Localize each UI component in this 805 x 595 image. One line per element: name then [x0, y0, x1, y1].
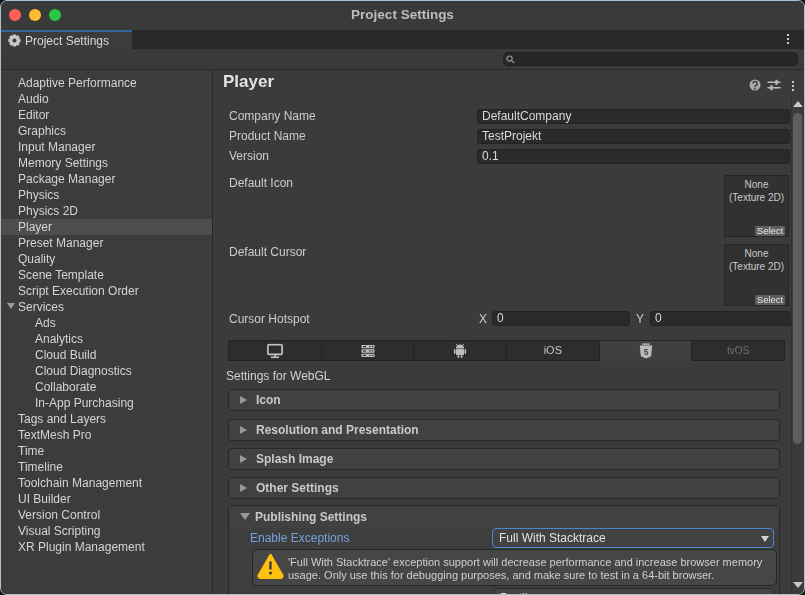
svg-text:5: 5 — [643, 347, 648, 357]
